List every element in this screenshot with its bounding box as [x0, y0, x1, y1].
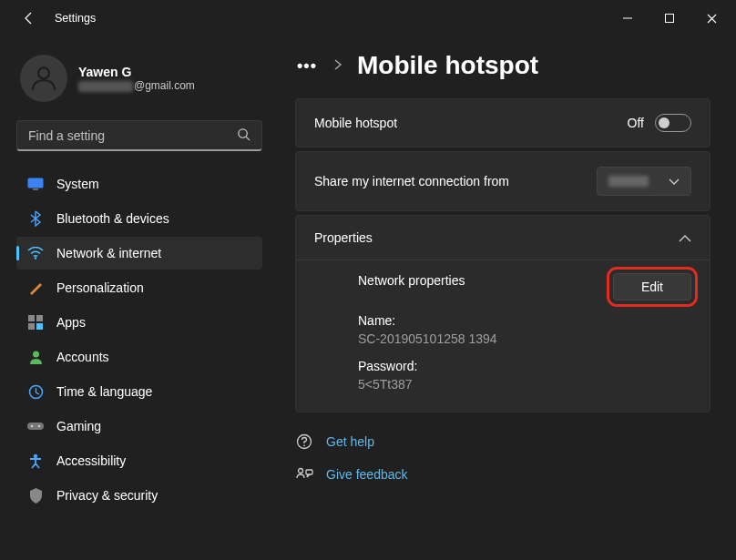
gaming-icon: [27, 418, 44, 434]
shield-icon: [27, 487, 44, 504]
properties-expander-header[interactable]: Properties: [296, 216, 710, 260]
apps-icon: [27, 314, 44, 331]
sidebar-nav: System Bluetooth & devices Network & int…: [16, 168, 262, 512]
app-title: Settings: [55, 12, 96, 25]
sidebar-item-accounts[interactable]: Accounts: [16, 341, 262, 373]
paintbrush-icon: [27, 280, 44, 296]
share-from-label: Share my internet connection from: [314, 174, 597, 188]
hotspot-label: Mobile hotspot: [314, 116, 628, 130]
breadcrumb-menu-button[interactable]: •••: [295, 54, 319, 77]
svg-rect-10: [28, 323, 35, 330]
give-feedback-label: Give feedback: [326, 467, 408, 482]
minimize-button[interactable]: [607, 4, 649, 33]
sidebar-item-gaming[interactable]: Gaming: [16, 410, 262, 443]
share-from-value: [608, 176, 649, 187]
svg-point-20: [298, 468, 302, 473]
svg-rect-1: [666, 15, 674, 23]
hotspot-state-text: Off: [628, 116, 644, 130]
maximize-button[interactable]: [649, 4, 690, 33]
svg-point-15: [31, 425, 34, 428]
hotspot-toggle[interactable]: [655, 114, 691, 132]
sidebar-item-system[interactable]: System: [16, 168, 262, 200]
svg-line-4: [246, 137, 250, 140]
sidebar: Yawen G @gmail.com System Bluetooth & de…: [0, 36, 273, 560]
edit-button[interactable]: Edit: [613, 273, 691, 300]
help-icon: [295, 433, 313, 451]
svg-point-2: [38, 67, 49, 78]
share-from-dropdown[interactable]: [597, 167, 691, 196]
profile-email: @gmail.com: [78, 79, 195, 92]
chevron-right-icon: [333, 58, 342, 73]
sidebar-item-network[interactable]: Network & internet: [16, 237, 262, 270]
hotspot-toggle-card: Mobile hotspot Off: [295, 98, 710, 148]
password-value: 5<5Tt387: [358, 377, 691, 392]
main-content: ••• Mobile hotspot Mobile hotspot Off S: [273, 36, 736, 560]
chevron-down-icon: [669, 174, 680, 188]
close-button[interactable]: [690, 4, 732, 33]
name-label: Name:: [358, 313, 691, 328]
page-title: Mobile hotspot: [357, 51, 538, 80]
svg-rect-14: [27, 423, 44, 430]
svg-rect-8: [28, 315, 35, 321]
titlebar: Settings: [0, 0, 736, 36]
svg-rect-6: [33, 188, 38, 190]
search-box[interactable]: [16, 120, 262, 151]
give-feedback-link[interactable]: Give feedback: [295, 465, 710, 484]
sidebar-item-apps[interactable]: Apps: [16, 306, 262, 339]
svg-rect-11: [36, 323, 43, 330]
svg-point-7: [35, 257, 36, 259]
profile-username: Yawen G: [78, 65, 195, 79]
svg-point-16: [38, 425, 41, 428]
footer-links: Get help Give feedback: [295, 416, 710, 500]
svg-point-19: [303, 444, 305, 446]
svg-point-17: [34, 453, 37, 457]
name-value: SC-201905101258 1394: [358, 331, 691, 346]
profile-block[interactable]: Yawen G @gmail.com: [16, 44, 262, 117]
breadcrumb: ••• Mobile hotspot: [295, 51, 710, 80]
sidebar-item-personalization[interactable]: Personalization: [16, 271, 262, 304]
back-button[interactable]: [15, 4, 44, 33]
person-icon: [27, 349, 44, 365]
password-label: Password:: [358, 359, 691, 373]
window-controls: [607, 4, 732, 33]
feedback-icon: [295, 465, 313, 484]
sidebar-item-time-language[interactable]: Time & language: [16, 375, 262, 408]
svg-rect-5: [28, 178, 44, 188]
sidebar-item-bluetooth[interactable]: Bluetooth & devices: [16, 202, 262, 235]
properties-body: Network properties Edit Name: SC-2019051…: [296, 260, 710, 412]
properties-card: Properties Network properties Edit Name:…: [295, 215, 710, 412]
svg-point-12: [33, 351, 39, 358]
svg-rect-9: [36, 315, 43, 321]
network-properties-label: Network properties: [358, 273, 613, 288]
sidebar-item-privacy-security[interactable]: Privacy & security: [16, 479, 262, 512]
chevron-up-icon: [679, 230, 691, 245]
accessibility-icon: [27, 453, 44, 469]
search-icon: [237, 127, 250, 144]
share-from-card: Share my internet connection from: [295, 151, 710, 211]
search-input[interactable]: [28, 128, 237, 143]
clock-globe-icon: [27, 383, 44, 400]
display-icon: [27, 176, 44, 192]
bluetooth-icon: [27, 210, 44, 227]
sidebar-item-accessibility[interactable]: Accessibility: [16, 444, 262, 477]
get-help-label: Get help: [326, 434, 374, 449]
wifi-icon: [27, 245, 44, 261]
get-help-link[interactable]: Get help: [295, 433, 710, 451]
svg-point-3: [239, 128, 247, 137]
svg-rect-21: [306, 470, 312, 474]
avatar: [20, 55, 67, 102]
properties-header-label: Properties: [314, 230, 679, 245]
